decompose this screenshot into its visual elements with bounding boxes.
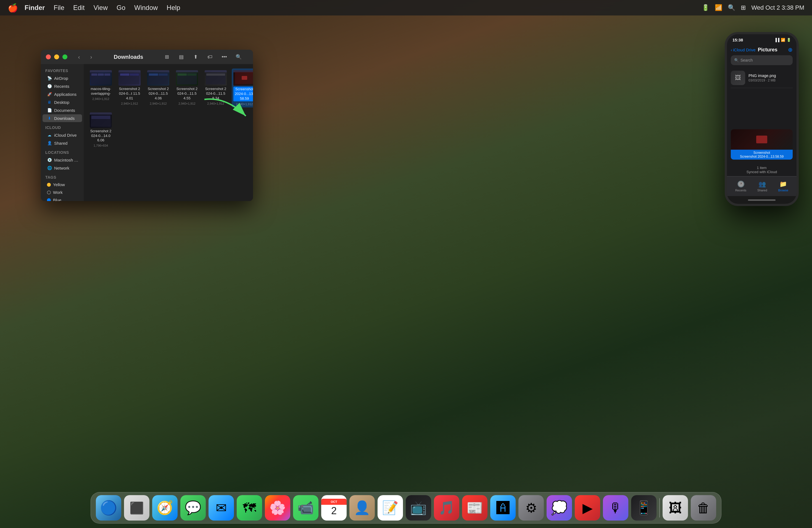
selected-filename-line1: Screenshot [733,151,791,155]
sidebar-airdrop-label: AirDrop [54,76,68,80]
sidebar-network-label: Network [54,166,69,171]
menubar-view[interactable]: View [93,4,108,12]
file-name: Screenshot 2024-0...11.54.55 [176,87,198,101]
iphone-signal-icon: ▐▐ [774,38,779,42]
file-name: macos-tiling-overlapping- [90,87,112,96]
forward-button[interactable]: › [87,53,95,61]
locations-header: Locations [41,149,84,156]
dock-maps[interactable]: 🗺 [237,495,262,520]
maximize-button[interactable] [62,54,68,59]
back-button[interactable]: ‹ [75,53,83,61]
dock-reminders[interactable]: 📝 [378,495,403,520]
dock-music[interactable]: 🎵 [434,495,459,520]
dock-safari[interactable]: 🧭 [152,495,178,520]
dock: 🔵 ⬛ 🧭 💬 ✉ 🗺 🌸 📹 OCT 2 👤 📝 📺 🎵 [91,492,721,524]
sidebar-item-downloads[interactable]: ⬇ Downloads [43,114,82,122]
favorites-header: Favorites [41,68,84,74]
dock-pockettube[interactable]: ▶ [575,495,600,520]
dock-preview[interactable]: 🖼 [663,495,688,520]
iphone-search-bar[interactable]: 🔍 Search [731,55,793,65]
iphone-tab-shared[interactable]: 👥 Shared [757,180,767,192]
file-item[interactable]: Screenshot 2024-0...11.54.55 2,940×1,912 [174,69,200,107]
dock-trash[interactable]: 🗑 [691,495,716,520]
apple-menu[interactable]: 🍎 [8,3,18,13]
finder-body: Favorites 📡 AirDrop 🕐 Recents 🚀 Applicat… [41,64,253,201]
sidebar-item-documents[interactable]: 📄 Documents [43,106,82,114]
iphone-more-button[interactable]: ⊕ [788,46,793,53]
dock-calendar[interactable]: OCT 2 [321,495,347,520]
sync-status: Synced with iCloud [731,170,793,174]
browse-tab-icon: 📁 [779,180,787,188]
tags-header: Tags [41,174,84,180]
iphone-battery-icon: 🔋 [787,38,791,42]
menubar-edit[interactable]: Edit [73,4,85,12]
search-icon[interactable]: 🔍 [728,4,735,11]
sidebar-item-network[interactable]: 🌐 Network [43,164,82,172]
menubar-finder[interactable]: Finder [25,4,45,12]
dock-contacts[interactable]: 👤 [349,495,375,520]
sidebar-documents-label: Documents [54,108,75,113]
dock-facetime[interactable]: 📹 [293,495,318,520]
control-center-icon[interactable]: ⊞ [741,4,746,11]
menubar-window[interactable]: Window [134,4,158,12]
menubar-file[interactable]: File [54,4,64,12]
dock-news[interactable]: 📰 [462,495,488,520]
file-thumbnail [205,70,227,86]
airdrop-icon: 📡 [47,76,52,80]
close-button[interactable] [46,54,51,59]
shared-icon: 👤 [47,141,52,146]
file-item[interactable]: macos-tiling-overlapping- 2,940×1,912 [88,69,114,107]
dock-iphone-mirroring[interactable]: 📱 [631,495,656,520]
iphone-back-button[interactable]: ‹ iCloud Drive [731,47,756,52]
sidebar-tag-blue[interactable]: Blue [43,196,82,201]
item-count: 1 item [731,166,793,170]
home-bar [748,200,775,201]
minimize-button[interactable] [54,54,59,59]
dock-mail[interactable]: ✉ [208,495,234,520]
finder-titlebar: ‹ › Downloads ⊞ ▤ ⬆ 🏷 ••• 🔍 [41,50,253,64]
icloud-drive-icon: ☁ [47,133,52,137]
dock-settings[interactable]: ⚙ [518,495,544,520]
sidebar-item-icloud-drive[interactable]: ☁ iCloud Drive [43,131,82,139]
menubar-go[interactable]: Go [117,4,126,12]
finder-window-title: Downloads [99,54,157,60]
file-item[interactable]: Screenshot 2024-0...14.06.06 1,796×834 [88,111,114,149]
iphone-tab-bar: 🕐 Recents 👥 Shared 📁 Browse [727,176,797,196]
search-button[interactable]: 🔍 [234,53,244,61]
iphone-selected-file[interactable]: Screenshot Screenshot 2024-0...13.58.59 [731,129,793,160]
view-options-button[interactable]: ▤ [176,53,186,61]
dock-appletv[interactable]: 📺 [406,495,431,520]
sidebar-tag-work[interactable]: Work [43,189,82,196]
menubar: 🍎 Finder File Edit View Go Window Help 🔋… [0,0,812,15]
file-thumbnail [176,70,198,86]
iphone-tab-recents[interactable]: 🕐 Recents [735,180,746,192]
file-name: Screenshot 2024-0...t 11.54.01 [118,87,141,101]
iphone-folder-title: Pictures [758,47,786,53]
tag-button[interactable]: 🏷 [205,53,215,61]
sidebar-item-airdrop[interactable]: 📡 AirDrop [43,74,82,82]
dock-finder[interactable]: 🔵 [96,495,121,520]
sidebar-item-recents[interactable]: 🕐 Recents [43,82,82,90]
dock-messages[interactable]: 💬 [180,495,206,520]
file-item[interactable]: Screenshot 2024-0...11.54.06 2,940×1,912 [146,69,171,107]
iphone-tab-browse[interactable]: 📁 Browse [778,180,788,192]
file-item[interactable]: Screenshot 2024-0...t 11.54.01 2,940×1,9… [117,69,142,107]
share-button[interactable]: ⬆ [191,53,201,61]
sidebar-item-desktop[interactable]: 🖥 Desktop [43,98,82,106]
tags-section: Tags Yellow Work Blue Gray [41,174,84,201]
more-options-button[interactable]: ••• [219,53,229,61]
sidebar-item-macintosh-hd[interactable]: 💿 Macintosh HD [43,156,82,164]
menubar-help[interactable]: Help [166,4,180,12]
dock-feedback[interactable]: 💭 [547,495,572,520]
view-grid-button[interactable]: ⊞ [162,53,172,61]
shared-tab-label: Shared [757,189,767,192]
dock-launchpad[interactable]: ⬛ [124,495,149,520]
iphone-file-row[interactable]: 🖼 PNG image.png 03/03/2019 · 2 MB [731,68,793,88]
sidebar-item-applications[interactable]: 🚀 Applications [43,90,82,98]
dock-appstore[interactable]: 🅰 [490,495,516,520]
sidebar-tag-yellow[interactable]: Yellow [43,181,82,188]
dock-photos[interactable]: 🌸 [265,495,290,520]
file-thumbnail [147,70,169,86]
dock-podcasts[interactable]: 🎙 [603,495,628,520]
sidebar-item-shared[interactable]: 👤 Shared [43,139,82,147]
